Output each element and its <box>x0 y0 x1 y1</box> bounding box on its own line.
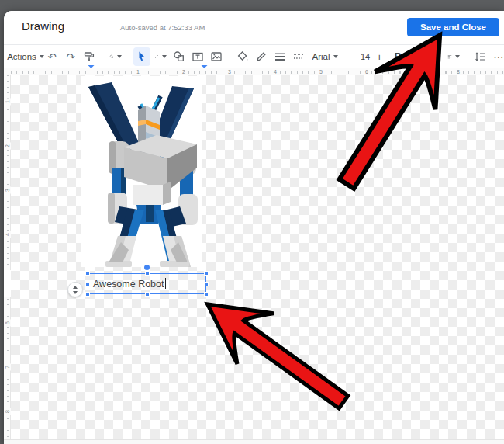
zoom-button[interactable] <box>107 47 124 66</box>
redo-button[interactable]: ↷ <box>62 47 79 66</box>
save-and-close-button[interactable]: Save and Close <box>407 18 499 36</box>
font-family-select[interactable]: Arial <box>316 47 333 66</box>
robot-illustration[interactable] <box>81 76 202 267</box>
divider <box>72 290 79 290</box>
resize-handle-bottom-right[interactable] <box>204 292 209 297</box>
ruler-number: 6 <box>4 320 11 327</box>
ruler-number: 1 <box>4 99 11 106</box>
resize-handle-top-middle[interactable] <box>145 271 150 276</box>
arrow-down-icon <box>73 291 78 294</box>
diagonal-line-icon <box>154 50 159 63</box>
line-spacing-icon <box>474 50 486 63</box>
insert-image-button[interactable] <box>208 47 225 66</box>
redo-icon: ↷ <box>67 51 75 63</box>
ruler-number: 2 <box>4 143 11 150</box>
ruler-number: 8 <box>4 408 11 415</box>
chevron-down-icon <box>117 55 122 58</box>
font-size-value[interactable]: 14 <box>361 52 370 61</box>
vertical-ruler: 1 2 3 4 5 6 7 8 <box>4 75 11 439</box>
align-lines-icon <box>447 50 452 63</box>
resize-handle-middle-left[interactable] <box>85 282 90 286</box>
ruler-number: 3 <box>4 187 11 194</box>
ruler-number: 3 <box>226 68 233 75</box>
increase-font-size-button[interactable]: + <box>371 47 388 66</box>
chevron-down-icon <box>333 55 338 58</box>
robot-graphic <box>81 76 202 267</box>
resize-handle-top-right[interactable] <box>204 271 209 276</box>
paint-bucket-icon <box>236 50 249 63</box>
magnifier-icon <box>109 50 114 63</box>
undo-button[interactable]: ↶ <box>43 47 60 66</box>
line-weight-icon <box>274 50 286 63</box>
bold-button[interactable]: B <box>389 47 406 66</box>
line-tool-button[interactable] <box>152 47 169 66</box>
paint-roller-icon <box>83 50 95 63</box>
text-cursor <box>165 278 167 289</box>
undo-icon: ↶ <box>48 51 57 63</box>
ruler-selection-highlight <box>4 270 11 297</box>
ruler-number: 8 <box>455 68 461 75</box>
ruler-number: 4 <box>4 231 11 238</box>
actions-menu-button[interactable]: Actions <box>17 47 34 66</box>
chevron-down-icon <box>162 55 167 58</box>
chevron-down-icon <box>455 55 460 58</box>
text-box-icon <box>192 50 204 63</box>
selected-textbox[interactable]: Awesome Robot <box>88 273 206 294</box>
image-icon <box>210 50 223 63</box>
ruler-corner <box>4 68 11 75</box>
resize-handle-bottom-middle[interactable] <box>145 292 150 297</box>
dialog-bottom-edge <box>4 439 504 444</box>
border-dash-button[interactable] <box>290 47 307 66</box>
ruler-number: 5 <box>318 68 324 75</box>
textbox-text-value: Awesome Robot <box>93 279 164 290</box>
resize-handle-middle-right[interactable] <box>204 282 209 286</box>
right-indent-marker[interactable] <box>202 68 209 75</box>
ruler-number: 7 <box>4 364 11 371</box>
left-indent-marker[interactable] <box>88 68 95 75</box>
dialog-header: Drawing Auto-saved at 7:52:33 AM Save an… <box>4 11 504 44</box>
select-tool-button[interactable] <box>133 47 150 66</box>
shape-tool-button[interactable] <box>171 47 188 66</box>
line-spacing-button[interactable] <box>471 47 488 66</box>
pencil-icon <box>255 50 268 63</box>
text-box-tool-button[interactable] <box>189 47 206 66</box>
more-options-button[interactable]: ⋯ <box>490 47 504 66</box>
resize-handle-bottom-left[interactable] <box>85 292 90 297</box>
ruler-number: 6 <box>364 68 370 75</box>
ruler-number: 2 <box>181 68 187 75</box>
ruler-number: 7 <box>409 68 416 75</box>
textbox-text[interactable]: Awesome Robot <box>93 278 166 290</box>
border-color-button[interactable] <box>253 47 270 66</box>
arrow-up-icon <box>73 286 78 289</box>
autosave-status: Auto-saved at 7:52:33 AM <box>120 23 205 32</box>
fill-color-button[interactable] <box>234 47 251 66</box>
italic-button[interactable]: I <box>408 47 425 66</box>
line-dash-icon <box>292 50 305 63</box>
drawing-canvas[interactable]: Awesome Robot <box>11 75 504 439</box>
dialog-title: Drawing <box>22 19 64 33</box>
drawing-dialog: Drawing Auto-saved at 7:52:33 AM Save an… <box>4 11 504 444</box>
textbox-drag-widget[interactable] <box>67 282 83 297</box>
resize-handle-top-left[interactable] <box>85 271 90 276</box>
drawing-toolbar: Actions ↶ ↷ <box>4 44 504 68</box>
rotation-handle[interactable] <box>144 265 150 270</box>
horizontal-ruler: 1 2 3 4 5 6 7 8 <box>11 68 504 75</box>
ruler-ticks <box>11 71 504 74</box>
cursor-arrow-icon <box>136 50 148 63</box>
shapes-icon <box>173 50 185 63</box>
underline-button[interactable]: U <box>426 47 444 66</box>
ruler-number: 4 <box>272 68 278 75</box>
ruler-number: 1 <box>135 68 141 75</box>
paint-format-button[interactable] <box>81 47 98 66</box>
border-weight-button[interactable] <box>271 47 288 66</box>
align-button[interactable] <box>445 47 462 66</box>
ruler-ticks <box>7 75 9 439</box>
decrease-font-size-button[interactable]: − <box>343 47 360 66</box>
